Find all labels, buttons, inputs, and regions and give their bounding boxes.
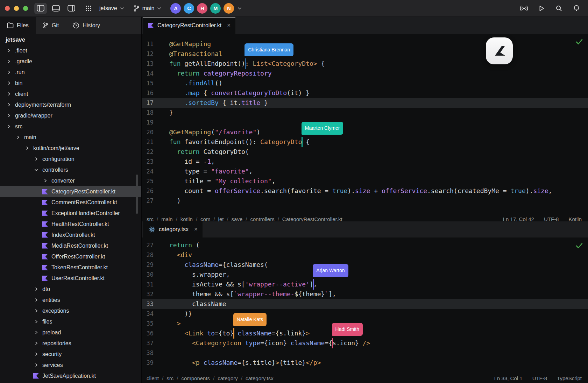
breadcrumb-segment[interactable]: category.tsx: [246, 375, 274, 381]
tree-item-entities[interactable]: entities: [0, 295, 141, 305]
code-line-29[interactable]: 29 className={classNames(: [142, 260, 588, 270]
code-line-11[interactable]: 11@GetMapping: [142, 39, 588, 49]
code-line-17[interactable]: 17 .sortedBy { it.title }: [142, 98, 588, 108]
tree-item-client[interactable]: client: [0, 88, 141, 99]
tree-item-indexcontroller-kt[interactable]: IndexController.kt: [0, 229, 141, 240]
tree-root-jetsave[interactable]: jetsave: [0, 34, 141, 45]
avatar-h[interactable]: H: [197, 3, 207, 14]
avatar-c[interactable]: C: [184, 3, 194, 14]
chevron-right-icon[interactable]: [6, 114, 12, 118]
chevron-right-icon[interactable]: [6, 81, 12, 85]
breadcrumb-segment[interactable]: CategoryRestController.kt: [282, 216, 342, 222]
tree-item-src[interactable]: src: [0, 121, 141, 132]
chevron-right-icon[interactable]: [33, 298, 39, 302]
toggle-left-panel-button[interactable]: [34, 3, 47, 14]
tree-item-tokenrestcontroller-kt[interactable]: TokenRestController.kt: [0, 262, 141, 273]
tab-files[interactable]: Files: [0, 17, 36, 34]
code-line-31[interactable]: 31 isActive && s['wrapper--active']Arjan…: [142, 279, 588, 289]
editor1-code[interactable]: 11@GetMapping12@Transactional13fun getAl…: [142, 34, 588, 211]
code-line-24[interactable]: 24 type = "favorite",: [142, 166, 588, 176]
code-line-23[interactable]: 23 id = -1,: [142, 157, 588, 166]
run-button[interactable]: [536, 3, 547, 14]
tree-item-services[interactable]: services: [0, 360, 141, 370]
file-language[interactable]: Kotlin: [568, 216, 582, 222]
editor2-tab-close-icon[interactable]: ×: [194, 226, 198, 233]
tree-item-controllers[interactable]: controllers: [0, 164, 141, 175]
tree-item-jetsaveapplication-kt[interactable]: JetSaveApplication.kt: [0, 370, 141, 381]
chevron-right-icon[interactable]: [33, 363, 39, 367]
breadcrumb-segment[interactable]: components: [181, 375, 210, 381]
tab-git[interactable]: Git: [36, 17, 66, 34]
chevron-right-icon[interactable]: [33, 320, 39, 324]
breadcrumb-segment[interactable]: src: [167, 375, 173, 381]
toggle-bottom-panel-button[interactable]: [50, 3, 62, 14]
avatar-n[interactable]: N: [224, 3, 234, 14]
more-tools-button[interactable]: [83, 3, 94, 14]
code-line-19[interactable]: 19: [142, 118, 588, 127]
code-line-26[interactable]: 26 count = offerService.search(favorite …: [142, 186, 588, 196]
editor1-breadcrumb[interactable]: src/main/kotlin/com/jet/save/controllers…: [147, 216, 342, 222]
code-line-37[interactable]: 37 <CategoryIcon type={icon} className={…: [142, 338, 588, 348]
code-line-21[interactable]: 21fun favoriteEndpoint(): CategoryDtoMaa…: [142, 137, 588, 147]
chevron-right-icon[interactable]: [33, 157, 39, 161]
code-line-28[interactable]: 28 <div: [142, 250, 588, 260]
chevron-right-icon[interactable]: [6, 103, 12, 107]
breadcrumb-segment[interactable]: category: [218, 375, 238, 381]
code-line-36[interactable]: 36 <Link to={to}Natalie Kats className={…: [142, 328, 588, 338]
tree-item-categoryrestcontroller-kt[interactable]: CategoryRestController.kt: [0, 186, 141, 197]
code-line-39[interactable]: 39 <p className={s.title}>{title}</p>: [142, 358, 588, 368]
tree-item--run[interactable]: .run: [0, 67, 141, 78]
tree-item-bin[interactable]: bin: [0, 78, 141, 88]
breadcrumb-segment[interactable]: kotlin: [180, 216, 193, 222]
breadcrumb-segment[interactable]: com: [200, 216, 210, 222]
sidebar-scrollbar-thumb[interactable]: [136, 175, 138, 214]
code-line-33[interactable]: 33 className: [142, 299, 588, 309]
chevron-right-icon[interactable]: [33, 341, 39, 345]
avatars-chevron-down-icon[interactable]: [238, 7, 242, 10]
minimize-window-button[interactable]: [14, 6, 19, 11]
tree-item-kotlin-com-jet-save[interactable]: kotlin/com/jet/save: [0, 143, 141, 154]
tree-item-configuration[interactable]: configuration: [0, 154, 141, 164]
editor2-breadcrumb[interactable]: client/src/components/category/category.…: [147, 375, 274, 381]
breadcrumb-segment[interactable]: jet: [218, 216, 224, 222]
chevron-right-icon[interactable]: [6, 92, 12, 96]
chevron-down-icon[interactable]: [33, 168, 39, 172]
code-line-20[interactable]: 20@GetMapping("/favorite"): [142, 127, 588, 137]
editor2-code[interactable]: 27return (28 <div29 className={className…: [142, 237, 588, 370]
code-line-35[interactable]: 35 >: [142, 319, 588, 328]
chevron-right-icon[interactable]: [33, 309, 39, 313]
code-line-25[interactable]: 25 title = "My collection",: [142, 176, 588, 186]
chevron-right-icon[interactable]: [6, 70, 12, 74]
tree-item-userrestcontroller-kt[interactable]: UserRestController.kt: [0, 273, 141, 284]
code-line-12[interactable]: 12@Transactional: [142, 49, 588, 59]
breadcrumb-segment[interactable]: save: [232, 216, 243, 222]
branch-selector[interactable]: main: [133, 5, 162, 12]
tree-item-deployments-terraform[interactable]: deployments/terraform: [0, 99, 141, 110]
code-line-32[interactable]: 32 theme && s[`wrapper--theme-${theme}`]…: [142, 289, 588, 299]
chevron-right-icon[interactable]: [33, 352, 39, 356]
tree-item-main[interactable]: main: [0, 132, 141, 143]
close-window-button[interactable]: [5, 6, 10, 11]
tree-item-commentrestcontroller-kt[interactable]: CommentRestController.kt: [0, 197, 141, 208]
avatar-a[interactable]: A: [170, 3, 181, 14]
code-line-22[interactable]: 22 return CategoryDto(: [142, 147, 588, 157]
chevron-right-icon[interactable]: [15, 135, 21, 139]
code-line-27[interactable]: 27return (: [142, 240, 588, 250]
notifications-button[interactable]: [571, 3, 582, 14]
tree-item-repositories[interactable]: repositories: [0, 338, 141, 349]
chevron-right-icon[interactable]: [33, 331, 39, 334]
editor1-tab-close-icon[interactable]: ×: [227, 22, 231, 29]
chevron-right-icon[interactable]: [33, 287, 39, 291]
tree-item-preload[interactable]: preload: [0, 327, 141, 338]
code-line-16[interactable]: 16 .map { convertCategoryToDto(it) }: [142, 88, 588, 98]
caret-position[interactable]: Ln 33, Col 1: [494, 375, 523, 381]
tree-item-gradle-wrapper[interactable]: gradle/wrapper: [0, 110, 141, 121]
breadcrumb-segment[interactable]: src: [147, 216, 154, 222]
tree-item-offerrestcontroller-kt[interactable]: OfferRestController.kt: [0, 251, 141, 262]
code-line-27[interactable]: 27 ): [142, 196, 588, 206]
avatar-m[interactable]: M: [210, 3, 221, 14]
chevron-right-icon[interactable]: [6, 49, 12, 52]
chevron-right-icon[interactable]: [6, 59, 12, 63]
code-line-38[interactable]: 38: [142, 348, 588, 358]
file-encoding[interactable]: UTF-8: [532, 375, 547, 381]
